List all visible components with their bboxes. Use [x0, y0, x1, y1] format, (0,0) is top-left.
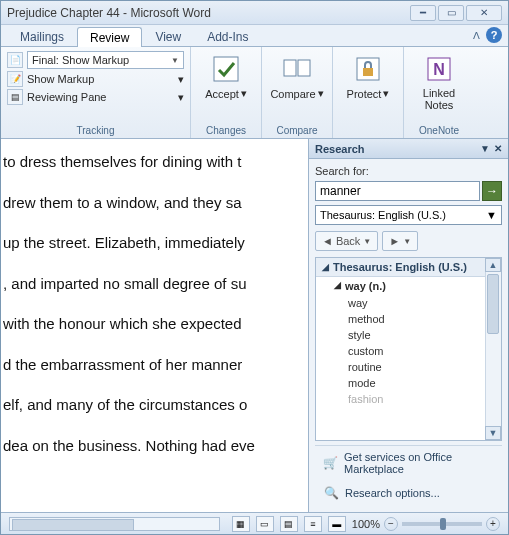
balloons-icon[interactable]: 📄	[7, 52, 23, 68]
chevron-down-icon: ▼	[363, 237, 371, 246]
horizontal-scrollbar[interactable]	[9, 517, 220, 531]
document-area[interactable]: to dress themselves for dining with t dr…	[1, 139, 308, 512]
web-layout-view-button[interactable]: ▤	[280, 516, 298, 532]
group-changes: Accept▾ Changes	[191, 47, 262, 138]
forward-icon: ►	[389, 235, 400, 247]
pane-menu-icon[interactable]: ▼	[480, 143, 490, 154]
synonym-item[interactable]: mode	[316, 375, 501, 391]
tab-review[interactable]: Review	[77, 27, 142, 47]
synonym-item[interactable]: way	[316, 295, 501, 311]
chevron-down-icon: ▼	[171, 56, 179, 65]
minimize-button[interactable]: ━	[410, 5, 436, 21]
start-search-button[interactable]: →	[482, 181, 502, 201]
doc-line: with the honour which she expected	[1, 313, 308, 336]
pane-close-icon[interactable]: ✕	[494, 143, 502, 154]
protect-button[interactable]: Protect▾	[339, 51, 397, 100]
zoom-level[interactable]: 100%	[352, 518, 380, 530]
synonym-item[interactable]: routine	[316, 359, 501, 375]
results-list: ◢ Thesaurus: English (U.S.) ◢ way (n.) w…	[315, 257, 502, 441]
results-word-header[interactable]: ◢ way (n.)	[316, 277, 501, 295]
chevron-down-icon[interactable]: ▾	[178, 73, 184, 86]
reference-source-dropdown[interactable]: Thesaurus: English (U.S.) ▼	[315, 205, 502, 225]
outline-view-button[interactable]: ≡	[304, 516, 322, 532]
research-pane-title: Research ▼ ✕	[309, 139, 508, 159]
scroll-up-icon[interactable]: ▲	[485, 258, 501, 272]
compare-button[interactable]: Compare▾	[268, 51, 326, 100]
minimize-ribbon-icon[interactable]: ᐱ	[473, 30, 480, 41]
reviewing-pane-icon[interactable]: ▤	[7, 89, 23, 105]
display-for-review-dropdown[interactable]: Final: Show Markup ▼	[27, 51, 184, 69]
show-markup-icon[interactable]: 📝	[7, 71, 23, 87]
zoom-in-button[interactable]: +	[486, 517, 500, 531]
svg-rect-2	[298, 60, 310, 76]
zoom-out-button[interactable]: −	[384, 517, 398, 531]
group-onenote: N Linked Notes OneNote	[404, 47, 474, 138]
group-protect: Protect▾	[333, 47, 404, 138]
linked-notes-button[interactable]: N Linked Notes	[410, 51, 468, 111]
help-button[interactable]: ?	[486, 27, 502, 43]
marketplace-icon: 🛒	[323, 455, 338, 471]
close-button[interactable]: ✕	[466, 5, 502, 21]
chevron-down-icon: ▼	[403, 237, 411, 246]
scroll-down-icon[interactable]: ▼	[485, 426, 501, 440]
doc-line: up the street. Elizabeth, immediately	[1, 232, 308, 255]
chevron-down-icon[interactable]: ▾	[178, 91, 184, 104]
reviewing-pane-button[interactable]: Reviewing Pane	[27, 91, 174, 103]
accept-button[interactable]: Accept▾	[197, 51, 255, 100]
svg-text:N: N	[433, 61, 445, 78]
maximize-button[interactable]: ▭	[438, 5, 464, 21]
protect-icon	[352, 53, 384, 85]
synonym-item[interactable]: custom	[316, 343, 501, 359]
ribbon: 📄 Final: Show Markup ▼ 📝 Show Markup ▾ ▤…	[1, 47, 508, 139]
search-input[interactable]	[315, 181, 480, 201]
back-icon: ◄	[322, 235, 333, 247]
window-controls: ━ ▭ ✕	[410, 5, 502, 21]
group-tracking: 📄 Final: Show Markup ▼ 📝 Show Markup ▾ ▤…	[1, 47, 191, 138]
svg-rect-1	[284, 60, 296, 76]
title-bar: Prejudice Chapter 44 - Microsoft Word ━ …	[1, 1, 508, 25]
doc-line: d the embarrassment of her manner	[1, 354, 308, 377]
accept-icon	[210, 53, 242, 85]
status-bar: ▦ ▭ ▤ ≡ ▬ 100% − +	[1, 512, 508, 534]
search-for-label: Search for:	[315, 165, 502, 177]
collapse-icon: ◢	[322, 262, 329, 272]
results-source-header[interactable]: ◢ Thesaurus: English (U.S.)	[316, 258, 501, 277]
compare-icon	[281, 53, 313, 85]
svg-rect-4	[363, 68, 373, 76]
doc-line: , and imparted no small degree of su	[1, 273, 308, 296]
tab-mailings[interactable]: Mailings	[7, 26, 77, 46]
synonym-item[interactable]: fashion	[316, 391, 501, 407]
collapse-icon: ◢	[334, 280, 341, 292]
chevron-down-icon: ▼	[486, 209, 497, 221]
tab-addins[interactable]: Add-Ins	[194, 26, 261, 46]
zoom-slider[interactable]	[402, 522, 482, 526]
onenote-icon: N	[423, 53, 455, 85]
back-button[interactable]: ◄ Back ▼	[315, 231, 378, 251]
full-screen-view-button[interactable]: ▭	[256, 516, 274, 532]
draft-view-button[interactable]: ▬	[328, 516, 346, 532]
group-label-onenote: OneNote	[410, 123, 468, 136]
scroll-thumb[interactable]	[487, 274, 499, 334]
doc-line: dea on the business. Nothing had eve	[1, 435, 308, 458]
office-marketplace-link[interactable]: 🛒 Get services on Office Marketplace	[315, 446, 502, 480]
svg-rect-0	[214, 57, 238, 81]
ribbon-tabs: Mailings Review View Add-Ins ᐱ ?	[1, 25, 508, 47]
doc-line: drew them to a window, and they sa	[1, 192, 308, 215]
group-label-protect	[339, 123, 397, 136]
group-label-changes: Changes	[197, 123, 255, 136]
options-icon: 🔍	[323, 485, 339, 501]
forward-button[interactable]: ► ▼	[382, 231, 418, 251]
tab-view[interactable]: View	[142, 26, 194, 46]
show-markup-button[interactable]: Show Markup	[27, 73, 174, 85]
doc-line: elf, and many of the circumstances o	[1, 394, 308, 417]
print-layout-view-button[interactable]: ▦	[232, 516, 250, 532]
research-options-link[interactable]: 🔍 Research options...	[315, 480, 502, 506]
window-title: Prejudice Chapter 44 - Microsoft Word	[7, 6, 410, 20]
display-for-review-value: Final: Show Markup	[32, 54, 129, 66]
research-pane: Research ▼ ✕ Search for: → Thesaurus: En…	[308, 139, 508, 512]
group-label-tracking: Tracking	[7, 123, 184, 136]
synonym-item[interactable]: style	[316, 327, 501, 343]
group-label-compare: Compare	[268, 123, 326, 136]
synonym-item[interactable]: method	[316, 311, 501, 327]
results-scrollbar[interactable]: ▲ ▼	[485, 258, 501, 440]
